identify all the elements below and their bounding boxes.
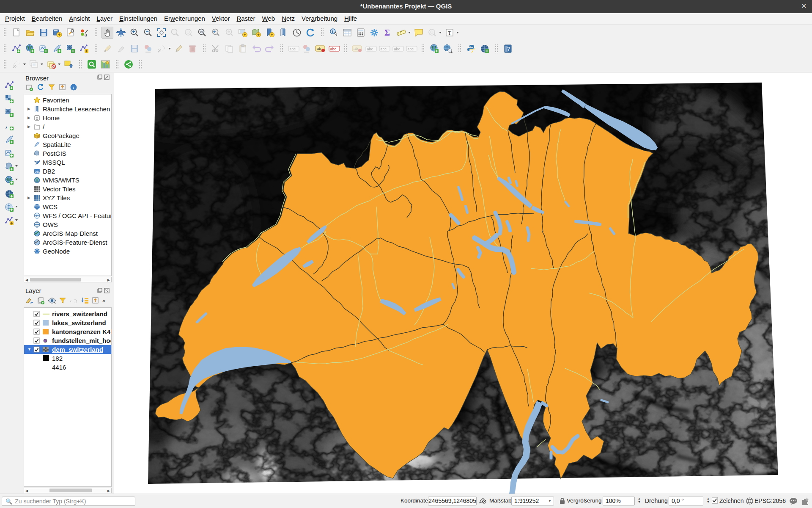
svg-text:,: , [5, 122, 7, 129]
svg-text:abc: abc [394, 47, 401, 51]
svg-text:abc: abc [330, 47, 337, 51]
svg-text:?: ? [507, 46, 510, 52]
svg-text:T: T [448, 30, 451, 36]
svg-text:ε: ε [70, 298, 72, 304]
svg-text:1:1: 1:1 [200, 30, 204, 33]
svg-text:ab: ab [354, 47, 358, 51]
svg-text:abc: abc [367, 47, 373, 51]
svg-text:DB2: DB2 [35, 170, 41, 173]
svg-text:abc: abc [408, 47, 414, 51]
svg-text:i: i [332, 29, 333, 34]
svg-text:a: a [85, 33, 87, 37]
svg-text:abc: abc [290, 47, 296, 51]
svg-text:abc: abc [381, 47, 387, 51]
svg-text:ab: ab [317, 47, 321, 51]
svg-text:Σ: Σ [384, 28, 390, 37]
svg-text:i: i [73, 85, 74, 90]
